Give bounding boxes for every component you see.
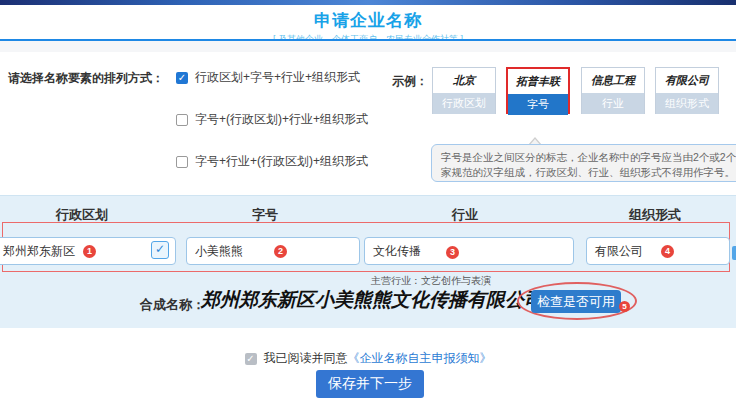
tradename-tooltip: 字号是企业之间区分的标志，企业名称中的字号应当由2个或2个以上符合国 家规范的汉… (431, 144, 736, 182)
arrangement-option-label: 字号+行业+(行政区划)+组织形式 (195, 153, 368, 170)
example-tag: 行业 (582, 93, 644, 114)
save-next-button[interactable]: 保存并下一步 (316, 370, 424, 398)
composed-name-value: 郑州郑东新区小美熊熊文化传播有限公司 (201, 287, 526, 313)
example-box-region[interactable]: 北京 行政区划 (432, 67, 496, 114)
annotation-badge-4: 4 (661, 245, 674, 258)
arrangement-option-3[interactable]: 字号+行业+(行政区划)+组织形式 (176, 153, 368, 170)
example-box-tradename[interactable]: 拓普丰联 字号 (506, 67, 570, 114)
example-tag: 行政区划 (433, 93, 495, 114)
arrangement-option-label: 字号+(行政区划)+行业+组织形式 (195, 111, 368, 128)
example-value: 有限公司 (656, 68, 718, 93)
example-label: 示例： (392, 73, 428, 90)
tradename-input[interactable]: 小美熊熊 (186, 237, 360, 265)
verify-checkbox-icon[interactable]: ✓ (151, 241, 169, 259)
declaration-notice-link[interactable]: 《企业名称自主申报须知》 (348, 350, 492, 367)
agreement-row: ✓ 我已阅读并同意 《企业名称自主申报须知》 (0, 350, 736, 367)
example-value: 拓普丰联 (508, 69, 568, 94)
arrangement-option-1[interactable]: ✓ 行政区划+字号+行业+组织形式 (176, 69, 360, 86)
example-tag: 组织形式 (656, 93, 718, 114)
main-industry-note: 主营行业：文艺创作与表演 (371, 274, 491, 288)
industry-input[interactable]: 文化传播 (364, 237, 574, 265)
example-box-orgform[interactable]: 有限公司 组织形式 (655, 67, 719, 114)
composed-name-label: 合成名称： (140, 296, 205, 314)
page: 申请企业名称 [ 及其他企业、个体工商户、农民专业合作社等 ] 请选择名称要素的… (0, 0, 736, 405)
arrangement-label: 请选择名称要素的排列方式： (8, 70, 164, 87)
arrangement-option-label: 行政区划+字号+行业+组织形式 (195, 69, 360, 86)
example-value: 北京 (433, 68, 495, 93)
annotation-badge-3: 3 (446, 246, 459, 259)
example-value: 信息工程 (582, 68, 644, 93)
agree-checkbox-icon[interactable]: ✓ (245, 353, 257, 365)
page-title: 申请企业名称 (0, 9, 736, 32)
page-header: 申请企业名称 [ 及其他企业、个体工商户、农民专业合作社等 ] (0, 5, 736, 39)
header-band (0, 41, 736, 52)
check-availability-button[interactable]: 检查是否可用 (531, 290, 621, 313)
empty-checkbox-icon[interactable] (176, 114, 188, 126)
annotation-badge-5: 5 (619, 301, 630, 312)
empty-checkbox-icon[interactable] (176, 156, 188, 168)
clipped-button-fragment[interactable] (732, 246, 736, 260)
orgform-input[interactable]: 有限公司 (586, 237, 730, 265)
annotation-badge-1: 1 (83, 245, 96, 258)
checked-checkbox-icon[interactable]: ✓ (176, 72, 188, 84)
example-tag: 字号 (508, 94, 568, 115)
arrangement-option-2[interactable]: 字号+(行政区划)+行业+组织形式 (176, 111, 368, 128)
example-box-industry[interactable]: 信息工程 行业 (581, 67, 645, 114)
tooltip-line: 家规范的汉字组成，行政区划、行业、组织形式不得用作字号。 (441, 165, 736, 180)
tooltip-line: 字号是企业之间区分的标志，企业名称中的字号应当由2个或2个以上符合国 (441, 150, 736, 165)
annotation-badge-2: 2 (274, 245, 287, 258)
agreement-text: 我已阅读并同意 (264, 350, 348, 367)
